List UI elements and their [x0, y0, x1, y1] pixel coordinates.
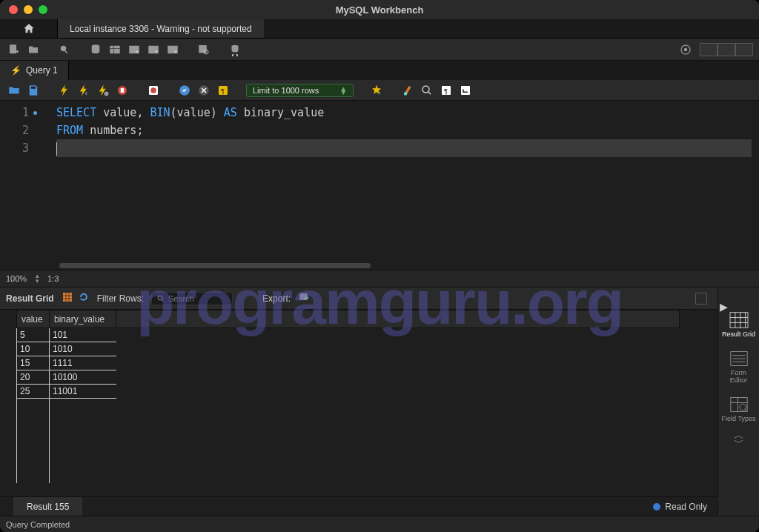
svg-rect-19: [31, 86, 36, 88]
svg-text:+: +: [174, 49, 178, 56]
open-file-button[interactable]: [6, 82, 22, 99]
svg-text:+: +: [136, 49, 139, 56]
beautify-button[interactable]: +: [368, 82, 385, 99]
lightning-icon: ⚡: [10, 65, 21, 76]
readonly-dot-icon: [653, 503, 660, 511]
execute-current-button[interactable]: I: [76, 82, 92, 99]
explain-button[interactable]: [95, 82, 111, 99]
window-zoom-button[interactable]: [39, 5, 47, 14]
zoom-level: 100%: [6, 274, 27, 283]
result-tab-row: Result 155 Read Only: [0, 496, 717, 516]
db-create-table-button[interactable]: [107, 41, 123, 58]
cell-value[interactable]: 25: [17, 385, 50, 399]
cell-spacer: [116, 385, 680, 399]
column-header-spacer: [116, 310, 680, 328]
snippets-button[interactable]: [419, 82, 435, 99]
column-header[interactable]: binary_value: [50, 310, 116, 328]
export-button[interactable]: [298, 290, 311, 306]
open-sql-button[interactable]: [25, 41, 42, 58]
svg-rect-5: [110, 45, 120, 53]
commit-button[interactable]: [176, 82, 193, 99]
row-limit-dropdown[interactable]: Limit to 1000 rows ▲▼: [246, 84, 354, 97]
cell-value[interactable]: 10: [17, 342, 50, 356]
table-row[interactable]: 2511001: [17, 385, 680, 399]
home-icon: [22, 22, 36, 36]
toggle-bottom-panel-button[interactable]: [717, 43, 735, 56]
db-create-procedure-button[interactable]: +: [145, 41, 162, 58]
execute-button[interactable]: [56, 82, 73, 99]
sql-editor[interactable]: 1 2 3 SELECT value, BIN(value) AS binary…: [0, 101, 759, 270]
svg-point-26: [150, 87, 156, 93]
cell-binary-value[interactable]: 1010: [50, 342, 116, 356]
export-label: Export:: [262, 293, 291, 304]
form-icon: [729, 350, 749, 368]
table-row[interactable]: 5101: [17, 328, 680, 342]
cell-binary-value[interactable]: 10100: [50, 370, 116, 385]
new-sql-tab-button[interactable]: +: [6, 41, 22, 58]
line-gutter: 1 2 3: [0, 101, 43, 270]
panel-toggle-group: [700, 43, 753, 56]
reconnect-button[interactable]: [227, 41, 243, 58]
db-create-function-button[interactable]: +: [165, 41, 181, 58]
settings-gear-button[interactable]: [677, 41, 694, 58]
toggle-left-panel-button[interactable]: [700, 43, 717, 56]
find-button[interactable]: [400, 82, 416, 99]
window-minimize-button[interactable]: [24, 5, 33, 14]
side-tab-form-editor[interactable]: Form Editor: [722, 347, 756, 387]
window-close-button[interactable]: [9, 5, 18, 14]
wrap-lines-button[interactable]: ¶: [438, 82, 454, 99]
invisible-chars-button[interactable]: [457, 82, 474, 99]
query-tab-bar: ⚡ Query 1: [0, 61, 759, 80]
side-tab-scroll-icon[interactable]: ︿﹀: [734, 431, 744, 446]
column-header[interactable]: value: [17, 310, 50, 328]
code-area[interactable]: SELECT value, BIN(value) AS binary_value…: [43, 101, 759, 270]
collapse-side-icon[interactable]: ▶: [720, 301, 728, 313]
result-tab[interactable]: Result 155: [13, 497, 82, 516]
svg-point-32: [404, 92, 408, 96]
main-toolbar: + + + +: [0, 39, 759, 61]
connection-tab[interactable]: Local instance 3306 - Warning - not supp…: [58, 19, 264, 38]
filter-rows-label: Filter Rows:: [97, 293, 144, 304]
save-file-button[interactable]: [25, 82, 42, 99]
editor-horizontal-scrollbar[interactable]: [59, 263, 371, 268]
svg-rect-24: [121, 88, 125, 93]
home-button[interactable]: [0, 19, 58, 38]
table-row[interactable]: 151111: [17, 356, 680, 370]
refresh-icon[interactable]: [78, 291, 90, 305]
cell-spacer: [116, 370, 680, 385]
side-tab-label: Result Grid: [722, 330, 755, 338]
svg-rect-14: [199, 45, 207, 53]
db-create-schema-button[interactable]: [87, 41, 104, 58]
db-create-view-button[interactable]: +: [126, 41, 142, 58]
cell-value[interactable]: 5: [17, 328, 50, 342]
toggle-right-panel-button[interactable]: [735, 43, 753, 56]
table-row[interactable]: 101010: [17, 342, 680, 356]
svg-text:+: +: [16, 48, 19, 56]
stop-button[interactable]: [114, 82, 130, 99]
toggle-whitespace-button[interactable]: ¶: [215, 82, 231, 99]
side-tab-field-types[interactable]: Field Types: [722, 393, 756, 425]
table-row[interactable]: 2010100: [17, 370, 680, 385]
inspector-button[interactable]: [56, 41, 73, 58]
cell-binary-value[interactable]: 101: [50, 328, 116, 342]
connection-tab-label: Local instance 3306 - Warning - not supp…: [70, 24, 252, 34]
titlebar: MySQL Workbench: [0, 0, 759, 19]
editor-toolbar: I ¶ Limit to 1000 rows ▲▼ + ¶: [0, 80, 759, 101]
zoom-stepper-icon[interactable]: ▲▼: [34, 273, 40, 284]
result-grid[interactable]: value binary_value 510110101015111120101…: [0, 310, 717, 496]
wrap-cell-button[interactable]: [695, 293, 707, 305]
filter-rows-input[interactable]: Search: [151, 292, 233, 305]
cell-binary-value[interactable]: 1111: [50, 356, 116, 370]
rollback-button[interactable]: [196, 82, 212, 99]
cell-binary-value[interactable]: 11001: [50, 385, 116, 399]
cell-value[interactable]: 15: [17, 356, 50, 370]
cell-spacer: [116, 342, 680, 356]
side-tab-result-grid[interactable]: Result Grid: [722, 308, 756, 341]
query-tab[interactable]: ⚡ Query 1: [0, 61, 69, 80]
search-table-data-button[interactable]: [196, 41, 212, 58]
cursor-position: 1:3: [47, 274, 59, 283]
cell-value[interactable]: 20: [17, 370, 50, 385]
svg-point-18: [684, 47, 688, 51]
query-tab-label: Query 1: [26, 65, 58, 76]
toggle-autocommit-button[interactable]: [145, 82, 162, 99]
